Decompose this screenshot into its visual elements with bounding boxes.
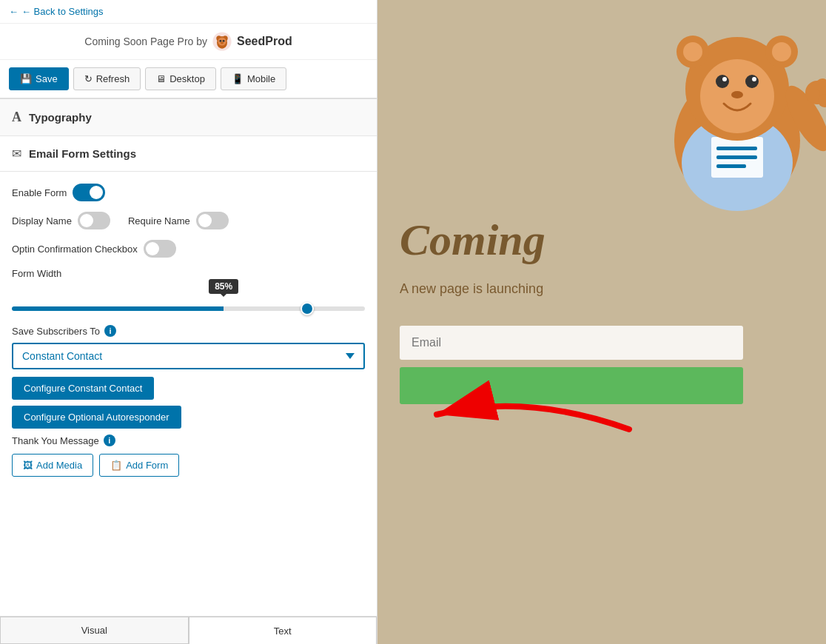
save-subscribers-label: Save Subscribers To: [12, 326, 100, 337]
typography-section-header[interactable]: A Typography: [0, 99, 377, 136]
mobile-button[interactable]: 📱 Mobile: [221, 67, 286, 90]
display-name-toggle[interactable]: [78, 212, 110, 229]
slider-container: 85%: [12, 301, 365, 313]
svg-point-17: [683, 42, 702, 61]
svg-point-24: [731, 91, 743, 98]
enable-form-label: Enable Form: [12, 187, 67, 198]
text-tab-label: Text: [274, 625, 292, 637]
configure-autoresponder-button[interactable]: Configure Optional Autoresponder: [12, 406, 181, 429]
preview-subscribe-button: [400, 367, 743, 404]
display-require-name-row: Display Name Require Name: [12, 212, 365, 229]
bear-mascot-icon: [634, 7, 826, 215]
preview-email-form: [400, 326, 804, 404]
refresh-icon: ↻: [84, 73, 93, 84]
preview-email-input: [400, 326, 743, 360]
display-name-label: Display Name: [12, 215, 72, 227]
save-subscribers-info-icon[interactable]: i: [104, 325, 116, 337]
branding-bar: Coming Soon Page Pro by SeedProd: [0, 24, 377, 60]
settings-content: Enable Form Display Name Require Name Op…: [0, 172, 377, 616]
add-media-button[interactable]: 🖼 Add Media: [12, 454, 93, 477]
enable-form-row: Enable Form: [12, 184, 365, 201]
form-width-tooltip: 85%: [209, 279, 238, 294]
optin-label: Optin Confirmation Checkbox: [12, 244, 138, 255]
svg-point-23: [752, 77, 756, 81]
refresh-label: Refresh: [96, 73, 130, 84]
back-link-text: ← Back to Settings: [21, 6, 104, 17]
service-dropdown[interactable]: Constant Contact Mailchimp AWeber GetRes…: [12, 343, 365, 369]
thank-you-label: Thank You Message: [12, 435, 99, 446]
svg-point-4: [218, 37, 226, 45]
email-icon: ✉: [12, 147, 21, 161]
email-form-label: Email Form Settings: [29, 147, 136, 160]
thank-you-info-icon[interactable]: i: [104, 435, 115, 446]
back-to-settings-link[interactable]: ← ← Back to Settings: [9, 6, 368, 17]
svg-point-21: [745, 75, 759, 88]
right-panel: Coming A new page is launching: [377, 0, 826, 644]
svg-rect-11: [716, 147, 757, 150]
typography-label: Typography: [29, 111, 92, 124]
configure-autoresponder-label: Configure Optional Autoresponder: [24, 412, 169, 423]
svg-rect-12: [716, 155, 757, 159]
add-media-icon: 🖼: [23, 460, 33, 471]
svg-point-20: [716, 75, 729, 88]
bottom-tabs: Visual Text: [0, 616, 377, 644]
add-media-label: Add Media: [36, 460, 82, 471]
desktop-icon: 🖥: [156, 73, 166, 84]
preview-content: Coming A new page is launching: [377, 0, 826, 644]
enable-form-toggle[interactable]: [73, 184, 105, 201]
media-buttons-row: 🖼 Add Media 📋 Add Form: [12, 454, 365, 477]
svg-point-22: [722, 77, 727, 81]
add-form-icon: 📋: [110, 460, 122, 471]
require-name-toggle[interactable]: [196, 212, 229, 229]
visual-tab-label: Visual: [81, 625, 107, 636]
preview-subtitle: A new page is launching: [400, 281, 543, 297]
save-label: Save: [36, 73, 58, 84]
form-width-label: Form Width: [12, 268, 365, 279]
email-form-section-header[interactable]: ✉ Email Form Settings: [0, 136, 377, 172]
visual-tab[interactable]: Visual: [0, 617, 189, 644]
configure-constant-contact-button[interactable]: Configure Constant Contact: [12, 377, 154, 400]
refresh-button[interactable]: ↻ Refresh: [73, 67, 141, 90]
back-bar: ← ← Back to Settings: [0, 0, 377, 24]
configure-btn-label: Configure Constant Contact: [24, 383, 142, 394]
optin-slider: [144, 240, 176, 258]
typography-icon: A: [12, 110, 21, 125]
require-name-label: Require Name: [128, 215, 190, 227]
display-name-slider: [78, 212, 110, 229]
toolbar: 💾 Save ↻ Refresh 🖥 Desktop 📱 Mobile: [0, 60, 377, 99]
seedprod-brand-name: SeedProd: [237, 35, 292, 48]
svg-point-6: [223, 40, 225, 42]
optin-toggle[interactable]: [144, 240, 176, 258]
form-width-slider[interactable]: [12, 306, 365, 311]
require-name-slider: [196, 212, 229, 229]
service-dropdown-wrapper: Constant Contact Mailchimp AWeber GetRes…: [12, 343, 365, 369]
add-form-button[interactable]: 📋 Add Form: [99, 454, 179, 477]
coming-soon-text: Coming: [400, 215, 545, 266]
desktop-button[interactable]: 🖥 Desktop: [145, 67, 216, 90]
thank-you-row: Thank You Message i: [12, 435, 365, 446]
desktop-label: Desktop: [169, 73, 205, 84]
form-width-section: Form Width 85%: [12, 268, 365, 313]
mobile-icon: 📱: [232, 73, 244, 84]
left-panel: ← ← Back to Settings Coming Soon Page Pr…: [0, 0, 377, 644]
back-arrow-icon: ←: [9, 6, 19, 17]
save-subscribers-row: Save Subscribers To i: [12, 325, 365, 337]
preview-subtitle-text: A new page is launching: [400, 281, 543, 296]
svg-rect-13: [716, 164, 746, 168]
save-icon: 💾: [20, 73, 32, 84]
branding-text: Coming Soon Page Pro by: [84, 36, 207, 47]
svg-point-18: [772, 42, 791, 61]
text-tab[interactable]: Text: [189, 617, 377, 644]
coming-soon-word: Coming: [400, 215, 545, 264]
svg-point-7: [221, 42, 224, 44]
optin-row: Optin Confirmation Checkbox: [12, 240, 365, 258]
save-button[interactable]: 💾 Save: [9, 67, 69, 90]
enable-form-slider: [73, 184, 105, 201]
seedprod-logo-icon: [212, 31, 232, 52]
svg-point-5: [220, 40, 222, 42]
add-form-label: Add Form: [126, 460, 168, 471]
mobile-label: Mobile: [247, 73, 275, 84]
